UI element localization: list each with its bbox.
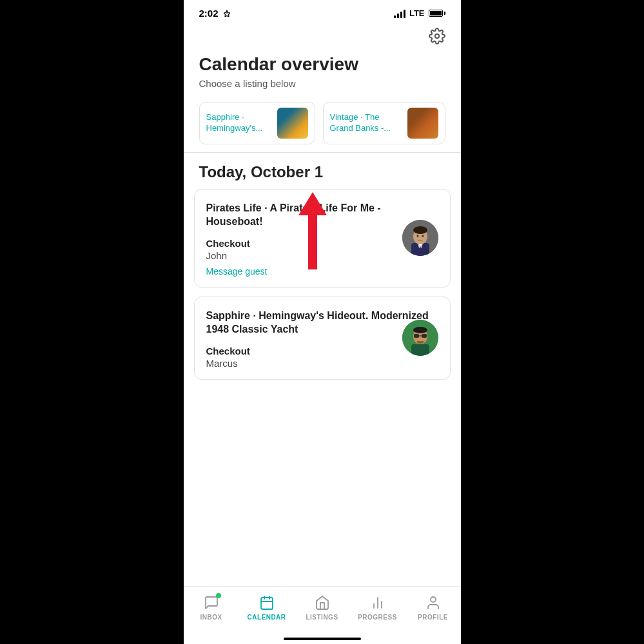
listing-scroll-container: Sapphire · Hemingway's... Vintage · The …	[184, 97, 461, 152]
nav-label-calendar: CALENDAR	[247, 614, 286, 621]
svg-point-0	[434, 34, 439, 39]
nav-item-progress[interactable]: PROGRESS	[350, 592, 405, 621]
event-listing-name-pirates: Pirates Life · A Pirate's Life For Me - …	[206, 201, 438, 229]
event-action-label-sapphire: Checkout	[206, 346, 438, 356]
svg-point-16	[413, 327, 427, 333]
svg-rect-14	[422, 334, 427, 338]
svg-rect-18	[261, 598, 273, 609]
svg-rect-11	[411, 344, 429, 356]
signal-bars	[394, 9, 405, 18]
listing-card-sapphire-label: Sapphire · Hemingway's...	[206, 112, 271, 134]
settings-row	[184, 23, 461, 47]
nav-item-calendar[interactable]: CALENDAR	[239, 592, 295, 621]
nav-label-inbox: INBOX	[200, 614, 222, 621]
page-title: Calendar overview	[199, 54, 445, 75]
content-area: Today, October 1 Pirates Life · A Pirate…	[184, 153, 461, 644]
nav-label-progress: PROGRESS	[358, 614, 397, 621]
listing-card-vintage-label: Vintage · The Grand Banks -...	[330, 112, 401, 134]
event-card-pirates: Pirates Life · A Pirate's Life For Me - …	[194, 189, 451, 288]
svg-rect-13	[414, 334, 419, 338]
gear-icon[interactable]	[429, 28, 445, 44]
calendar-icon	[259, 594, 275, 611]
listing-card-vintage-image	[407, 108, 438, 139]
status-icons: LTE	[394, 8, 445, 18]
svg-point-8	[416, 235, 418, 237]
svg-point-17	[417, 341, 424, 344]
listings-icon	[314, 594, 331, 611]
phone-frame: 2:02 LTE Calendar over	[184, 0, 461, 644]
listing-card-sapphire[interactable]: Sapphire · Hemingway's...	[199, 102, 315, 144]
event-card-sapphire: Sapphire · Hemingway's Hideout. Moderniz…	[194, 297, 451, 380]
event-action-sapphire: Checkout Marcus	[206, 346, 438, 369]
status-time: 2:02	[199, 8, 230, 19]
status-bar: 2:02 LTE	[184, 0, 461, 23]
profile-icon	[425, 594, 442, 611]
svg-point-25	[431, 597, 436, 602]
message-guest-link-pirates[interactable]: Message guest	[206, 266, 438, 277]
nav-item-profile[interactable]: PROFILE	[405, 592, 461, 621]
svg-point-9	[422, 235, 424, 237]
inbox-notification-dot	[216, 593, 221, 598]
nav-label-profile: PROFILE	[418, 614, 448, 621]
guest-avatar-marcus	[402, 320, 438, 356]
nav-item-listings[interactable]: LISTINGS	[295, 592, 350, 621]
nav-item-inbox[interactable]: INBOX	[184, 592, 239, 621]
page-subtitle: Choose a listing below	[199, 78, 445, 89]
listing-card-vintage[interactable]: Vintage · The Grand Banks -...	[323, 102, 445, 144]
svg-point-7	[413, 226, 427, 234]
guest-avatar-john	[402, 220, 438, 256]
lte-label: LTE	[409, 8, 425, 18]
bottom-nav: INBOX CALENDAR LISTINGS	[184, 586, 461, 644]
page-header: Calendar overview Choose a listing below	[184, 47, 461, 97]
home-indicator	[284, 638, 361, 640]
nav-label-listings: LISTINGS	[306, 614, 338, 621]
event-guest-name-pirates: John	[206, 250, 438, 261]
date-heading: Today, October 1	[184, 153, 461, 189]
listing-card-sapphire-image	[277, 108, 308, 139]
battery-icon	[429, 10, 445, 17]
event-guest-name-sapphire: Marcus	[206, 358, 438, 369]
inbox-icon	[203, 594, 220, 611]
progress-icon	[369, 594, 386, 611]
